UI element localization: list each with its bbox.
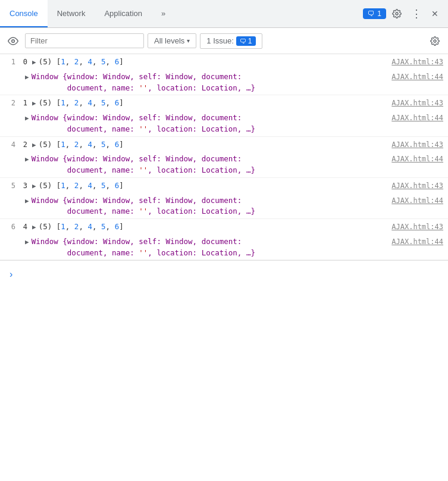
log-line-array: 6 4 ▶ (5) [1, 2, 4, 5, 6] AJAX.html:43 [0, 219, 448, 235]
line-number: 2 [2, 98, 20, 108]
log-entry: 1 0 ▶ (5) [1, 2, 4, 5, 6] AJAX.html:43 ▶… [0, 54, 448, 95]
filter-input[interactable] [25, 33, 144, 48]
svg-point-2 [434, 40, 436, 42]
expand-window-arrow[interactable]: ▶ [25, 73, 29, 83]
expand-array-arrow[interactable]: ▶ [32, 58, 36, 68]
log-entry: 5 3 ▶ (5) [1, 2, 4, 5, 6] AJAX.html:43 ▶… [0, 178, 448, 219]
log-line-array: 2 1 ▶ (5) [1, 2, 4, 5, 6] AJAX.html:43 [0, 95, 448, 111]
more-options-button[interactable]: ⋮ [408, 5, 424, 22]
window-line: ▶ Window {window: Window, self: Window, … [0, 111, 448, 136]
message-count: 1 [377, 10, 381, 18]
log-line-array: 4 2 ▶ (5) [1, 2, 4, 5, 6] AJAX.html:43 [0, 137, 448, 153]
filter-bar: All levels ▾ 1 Issue: 🗨 1 [0, 28, 448, 54]
expand-array-arrow[interactable]: ▶ [32, 99, 36, 109]
console-prompt[interactable]: › [5, 264, 17, 285]
issues-inner-badge: 🗨 1 [236, 36, 256, 46]
log-entry: 4 2 ▶ (5) [1, 2, 4, 5, 6] AJAX.html:43 ▶… [0, 137, 448, 178]
expand-array-arrow[interactable]: ▶ [32, 140, 36, 151]
tab-icons: 🗨 1 ⋮ ✕ [363, 0, 448, 27]
log-line-array: 5 3 ▶ (5) [1, 2, 4, 5, 6] AJAX.html:43 [0, 178, 448, 194]
window-object: Window {window: Window, self: Window, do… [32, 71, 392, 94]
source-link-44[interactable]: AJAX.html:44 [391, 113, 443, 123]
console-content: 1 0 ▶ (5) [1, 2, 4, 5, 6] AJAX.html:43 ▶… [0, 54, 448, 260]
log-line-array: 1 0 ▶ (5) [1, 2, 4, 5, 6] AJAX.html:43 [0, 54, 448, 70]
array-value: (5) [1, 2, 4, 5, 6] [39, 98, 392, 109]
line-number: 4 [2, 139, 20, 150]
source-link-43[interactable]: AJAX.html:43 [391, 139, 443, 150]
array-value: (5) [1, 2, 4, 5, 6] [39, 57, 392, 68]
array-value: (5) [1, 2, 4, 5, 6] [39, 180, 392, 192]
source-link-43[interactable]: AJAX.html:43 [391, 57, 443, 67]
levels-label: All levels [154, 36, 184, 45]
window-object: Window {window: Window, self: Window, do… [32, 236, 392, 259]
window-line: ▶ Window {window: Window, self: Window, … [0, 70, 448, 95]
tab-console[interactable]: Console [0, 0, 48, 27]
expand-window-arrow[interactable]: ▶ [25, 196, 29, 207]
svg-point-0 [396, 13, 398, 15]
chevron-down-icon: ▾ [187, 38, 190, 44]
window-object: Window {window: Window, self: Window, do… [32, 113, 392, 135]
window-object: Window {window: Window, self: Window, do… [32, 195, 392, 218]
settings-button[interactable] [389, 5, 405, 22]
tab-application[interactable]: Application [95, 0, 152, 27]
close-icon: ✕ [431, 9, 438, 18]
tab-more[interactable]: » [152, 0, 175, 27]
console-footer: › [0, 260, 448, 288]
console-gear-icon [430, 36, 440, 46]
visibility-toggle[interactable] [5, 33, 21, 49]
array-value: (5) [1, 2, 4, 5, 6] [39, 139, 392, 151]
gear-icon [392, 9, 402, 18]
index-number: 4 [20, 221, 32, 232]
eye-icon [8, 36, 18, 46]
expand-window-arrow[interactable]: ▶ [25, 155, 29, 165]
line-number: 1 [2, 57, 20, 67]
line-number: 6 [2, 221, 20, 232]
application-tab-label: Application [104, 9, 142, 18]
index-number: 0 [20, 57, 32, 67]
index-number: 3 [20, 180, 32, 191]
expand-array-arrow[interactable]: ▶ [32, 223, 36, 233]
log-entry: 6 4 ▶ (5) [1, 2, 4, 5, 6] AJAX.html:43 ▶… [0, 219, 448, 260]
close-button[interactable]: ✕ [427, 5, 443, 22]
svg-point-1 [12, 39, 15, 42]
window-line: ▶ Window {window: Window, self: Window, … [0, 235, 448, 260]
message-badge[interactable]: 🗨 1 [363, 8, 386, 19]
more-tab-label: » [161, 9, 165, 18]
more-dots-icon: ⋮ [411, 7, 421, 20]
issue-icon: 🗨 [240, 38, 246, 45]
line-number: 5 [2, 180, 20, 191]
issues-label: 1 Issue: [206, 36, 234, 45]
console-tab-label: Console [10, 9, 38, 18]
expand-window-arrow[interactable]: ▶ [25, 238, 29, 248]
source-link-44[interactable]: AJAX.html:44 [391, 154, 443, 164]
source-link-43[interactable]: AJAX.html:43 [391, 221, 443, 232]
tab-bar: Console Network Application » 🗨 1 ⋮ ✕ [0, 0, 448, 28]
window-line: ▶ Window {window: Window, self: Window, … [0, 194, 448, 219]
index-number: 2 [20, 139, 32, 150]
index-number: 1 [20, 98, 32, 108]
array-value: (5) [1, 2, 4, 5, 6] [39, 221, 392, 233]
source-link-44[interactable]: AJAX.html:44 [391, 71, 443, 82]
network-tab-label: Network [57, 9, 86, 18]
window-object: Window {window: Window, self: Window, do… [32, 154, 392, 176]
console-settings-button[interactable] [427, 33, 443, 49]
source-link-44[interactable]: AJAX.html:44 [391, 195, 443, 206]
issues-badge[interactable]: 1 Issue: 🗨 1 [200, 33, 262, 49]
issues-count: 1 [248, 37, 252, 45]
levels-dropdown[interactable]: All levels ▾ [148, 33, 196, 48]
source-link-43[interactable]: AJAX.html:43 [391, 98, 443, 108]
source-link-43[interactable]: AJAX.html:43 [391, 180, 443, 191]
window-line: ▶ Window {window: Window, self: Window, … [0, 152, 448, 177]
log-entry: 2 1 ▶ (5) [1, 2, 4, 5, 6] AJAX.html:43 ▶… [0, 95, 448, 136]
message-icon: 🗨 [368, 10, 375, 18]
expand-window-arrow[interactable]: ▶ [25, 114, 29, 124]
tab-network[interactable]: Network [48, 0, 95, 27]
source-link-44[interactable]: AJAX.html:44 [391, 236, 443, 247]
expand-array-arrow[interactable]: ▶ [32, 182, 36, 192]
